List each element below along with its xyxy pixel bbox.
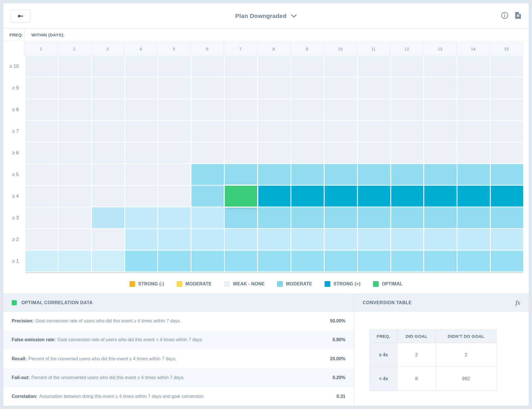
heatmap-cell[interactable] [291, 56, 324, 77]
heatmap-cell[interactable] [158, 229, 191, 250]
heatmap-cell[interactable] [191, 229, 224, 250]
heatmap-cell[interactable] [225, 251, 257, 271]
heatmap-cell[interactable] [358, 229, 390, 250]
heatmap-cell[interactable] [457, 99, 490, 120]
heatmap-cell[interactable] [291, 142, 324, 163]
heatmap-cell[interactable] [59, 142, 91, 163]
heatmap-cell[interactable] [291, 99, 324, 120]
heatmap-cell[interactable] [291, 186, 324, 206]
heatmap-cell[interactable] [191, 164, 224, 185]
heatmap-cell[interactable] [258, 207, 290, 228]
heatmap-cell[interactable] [158, 142, 191, 163]
heatmap-cell[interactable] [457, 207, 490, 228]
heatmap-cell[interactable] [59, 207, 91, 228]
heatmap-cell[interactable] [391, 56, 424, 77]
heatmap-cell[interactable] [391, 99, 424, 120]
heatmap-cell[interactable] [225, 99, 257, 120]
heatmap-cell[interactable] [258, 251, 290, 271]
heatmap-cell[interactable] [457, 77, 490, 98]
heatmap-cell[interactable] [59, 186, 91, 206]
heatmap-cell[interactable] [258, 77, 290, 98]
heatmap-cell[interactable] [258, 164, 290, 185]
heatmap-cell[interactable] [191, 142, 224, 163]
back-button[interactable]: ← [11, 9, 30, 23]
heatmap-cell[interactable] [59, 99, 91, 120]
heatmap-cell[interactable] [358, 186, 390, 206]
heatmap-cell[interactable] [291, 77, 324, 98]
heatmap-cell[interactable] [225, 229, 257, 250]
heatmap-cell[interactable] [391, 229, 424, 250]
download-button[interactable] [515, 11, 521, 20]
heatmap-cell[interactable] [59, 229, 91, 250]
heatmap-cell[interactable] [291, 229, 324, 250]
heatmap-cell[interactable] [158, 186, 191, 206]
heatmap-cell[interactable] [457, 186, 490, 206]
heatmap-cell[interactable] [358, 164, 390, 185]
heatmap-cell[interactable] [59, 121, 91, 142]
heatmap-cell[interactable] [358, 251, 390, 271]
heatmap-cell[interactable] [225, 164, 257, 185]
heatmap-cell[interactable] [92, 251, 124, 271]
heatmap-cell[interactable] [491, 186, 523, 206]
heatmap-cell[interactable] [191, 77, 224, 98]
heatmap-cell[interactable] [424, 77, 457, 98]
heatmap-cell[interactable] [92, 77, 124, 98]
heatmap-cell[interactable] [358, 207, 390, 228]
heatmap-cell[interactable] [125, 164, 158, 185]
formula-fx-button[interactable]: fx [515, 299, 520, 306]
heatmap-cell[interactable] [258, 186, 290, 206]
heatmap-cell[interactable] [125, 99, 158, 120]
heatmap-cell[interactable] [158, 99, 191, 120]
heatmap-cell[interactable] [457, 229, 490, 250]
heatmap-cell[interactable] [391, 121, 424, 142]
heatmap-cell[interactable] [158, 164, 191, 185]
heatmap-cell[interactable] [424, 207, 457, 228]
heatmap-cell[interactable] [125, 251, 158, 271]
heatmap-cell[interactable] [25, 229, 58, 250]
heatmap-cell[interactable] [424, 229, 457, 250]
heatmap-cell[interactable] [25, 207, 58, 228]
heatmap-cell[interactable] [191, 56, 224, 77]
heatmap-cell[interactable] [424, 251, 457, 271]
heatmap-cell[interactable] [457, 56, 490, 77]
heatmap-cell[interactable] [457, 251, 490, 271]
heatmap-cell[interactable] [25, 99, 58, 120]
heatmap-cell[interactable] [325, 56, 357, 77]
heatmap-cell[interactable] [325, 142, 357, 163]
heatmap-cell[interactable] [25, 164, 58, 185]
heatmap-cell[interactable] [25, 121, 58, 142]
heatmap-cell[interactable] [325, 251, 357, 271]
heatmap-cell[interactable] [491, 229, 523, 250]
heatmap-cell[interactable] [25, 251, 58, 271]
heatmap-cell[interactable] [191, 99, 224, 120]
heatmap-cell[interactable] [258, 121, 290, 142]
heatmap-cell[interactable] [291, 251, 324, 271]
heatmap-cell[interactable] [457, 121, 490, 142]
heatmap-cell[interactable] [225, 207, 257, 228]
heatmap-cell[interactable] [325, 207, 357, 228]
heatmap-cell[interactable] [358, 142, 390, 163]
heatmap-cell[interactable] [25, 77, 58, 98]
heatmap-cell[interactable] [59, 251, 91, 271]
heatmap-cell[interactable] [258, 142, 290, 163]
heatmap-cell[interactable] [391, 207, 424, 228]
heatmap-cell[interactable] [225, 77, 257, 98]
heatmap-cell[interactable] [25, 56, 58, 77]
heatmap-cell[interactable] [325, 99, 357, 120]
heatmap-cell[interactable] [491, 99, 523, 120]
heatmap-cell[interactable] [191, 207, 224, 228]
heatmap-cell[interactable] [291, 121, 324, 142]
heatmap-cell[interactable] [358, 121, 390, 142]
heatmap-cell[interactable] [491, 77, 523, 98]
heatmap-cell[interactable] [491, 142, 523, 163]
heatmap-cell[interactable] [291, 164, 324, 185]
heatmap-cell[interactable] [457, 142, 490, 163]
heatmap-cell[interactable] [92, 142, 124, 163]
heatmap-cell[interactable] [92, 229, 124, 250]
heatmap-cell[interactable] [325, 164, 357, 185]
heatmap-cell[interactable] [191, 251, 224, 271]
heatmap-cell[interactable] [191, 186, 224, 206]
heatmap-cell[interactable] [391, 186, 424, 206]
heatmap-cell[interactable] [391, 77, 424, 98]
info-button[interactable] [501, 12, 508, 20]
